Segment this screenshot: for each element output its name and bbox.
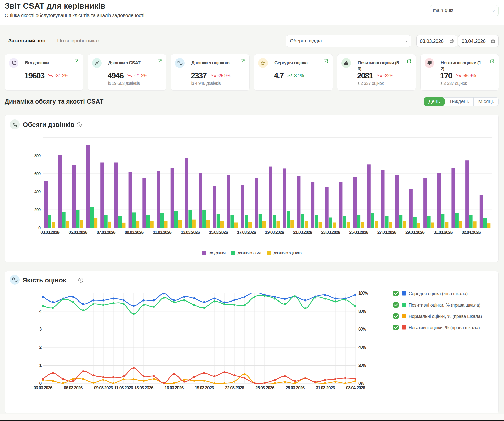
svg-text:11.03.2026: 11.03.2026 bbox=[153, 230, 172, 235]
svg-text:03.03.2026: 03.03.2026 bbox=[34, 385, 53, 390]
svg-text:Всі дзвінки: Всі дзвінки bbox=[209, 251, 226, 255]
svg-text:31.03.2026: 31.03.2026 bbox=[434, 230, 453, 235]
svg-text:07.03.2026: 07.03.2026 bbox=[97, 230, 116, 235]
svg-text:29.03.2026: 29.03.2026 bbox=[405, 230, 425, 235]
svg-text:200: 200 bbox=[34, 207, 41, 212]
svg-text:1: 1 bbox=[39, 363, 42, 368]
svg-text:19.03.2026: 19.03.2026 bbox=[195, 385, 214, 390]
svg-text:23.03.2026: 23.03.2026 bbox=[321, 230, 340, 235]
svg-text:31.03.2026: 31.03.2026 bbox=[316, 385, 335, 390]
svg-text:3: 3 bbox=[39, 327, 42, 332]
svg-text:20%: 20% bbox=[358, 363, 366, 368]
svg-text:25.03.2026: 25.03.2026 bbox=[349, 230, 368, 235]
svg-text:Середня оцінка (ліва шкала): Середня оцінка (ліва шкала) bbox=[409, 291, 468, 296]
svg-text:2: 2 bbox=[39, 345, 42, 350]
svg-text:09.03.2026: 09.03.2026 bbox=[125, 230, 144, 235]
svg-text:15.03.2026: 15.03.2026 bbox=[209, 230, 228, 235]
svg-text:19.03.2026: 19.03.2026 bbox=[265, 230, 284, 235]
svg-text:28.03.2026: 28.03.2026 bbox=[286, 385, 305, 390]
svg-text:80%: 80% bbox=[358, 309, 366, 314]
svg-text:05.03.2026: 05.03.2026 bbox=[69, 230, 88, 235]
svg-text:Негативні оцінки, % (права шка: Негативні оцінки, % (права шкала) bbox=[409, 325, 480, 330]
svg-text:13.03.2026: 13.03.2026 bbox=[134, 385, 154, 390]
svg-text:0: 0 bbox=[39, 381, 42, 386]
svg-text:60%: 60% bbox=[358, 327, 366, 332]
svg-text:21.03.2026: 21.03.2026 bbox=[293, 230, 312, 235]
svg-text:03.03.2026: 03.03.2026 bbox=[40, 230, 60, 235]
svg-text:Дзвінки з CSAT: Дзвінки з CSAT bbox=[238, 251, 262, 255]
svg-text:0: 0 bbox=[38, 226, 41, 230]
svg-text:600: 600 bbox=[34, 171, 41, 176]
svg-text:17.03.2026: 17.03.2026 bbox=[237, 230, 256, 235]
svg-text:22.03.2026: 22.03.2026 bbox=[225, 385, 244, 390]
svg-text:02.04.2026: 02.04.2026 bbox=[462, 230, 481, 235]
svg-text:Позитивні оцінки, % (права шка: Позитивні оцінки, % (права шкала) bbox=[409, 303, 480, 308]
svg-text:Нормальні оцінки, % (права шка: Нормальні оцінки, % (права шкала) bbox=[409, 314, 482, 319]
svg-text:4: 4 bbox=[39, 309, 42, 314]
svg-text:06.03.2026: 06.03.2026 bbox=[64, 385, 83, 390]
svg-text:27.03.2026: 27.03.2026 bbox=[377, 230, 397, 235]
svg-text:16.03.2026: 16.03.2026 bbox=[165, 385, 184, 390]
svg-text:11.03.2026: 11.03.2026 bbox=[114, 385, 133, 390]
svg-text:40%: 40% bbox=[358, 345, 366, 350]
svg-text:13.03.2026: 13.03.2026 bbox=[181, 230, 200, 235]
svg-text:25.03.2026: 25.03.2026 bbox=[255, 385, 275, 390]
svg-text:800: 800 bbox=[34, 153, 41, 158]
svg-text:400: 400 bbox=[34, 189, 41, 194]
svg-text:Дзвінки з оцінкою: Дзвінки з оцінкою bbox=[274, 251, 302, 255]
svg-text:100%: 100% bbox=[358, 291, 368, 296]
svg-text:09.03.2026: 09.03.2026 bbox=[94, 385, 113, 390]
svg-text:0%: 0% bbox=[358, 381, 364, 386]
svg-text:03.04.2026: 03.04.2026 bbox=[346, 385, 365, 390]
